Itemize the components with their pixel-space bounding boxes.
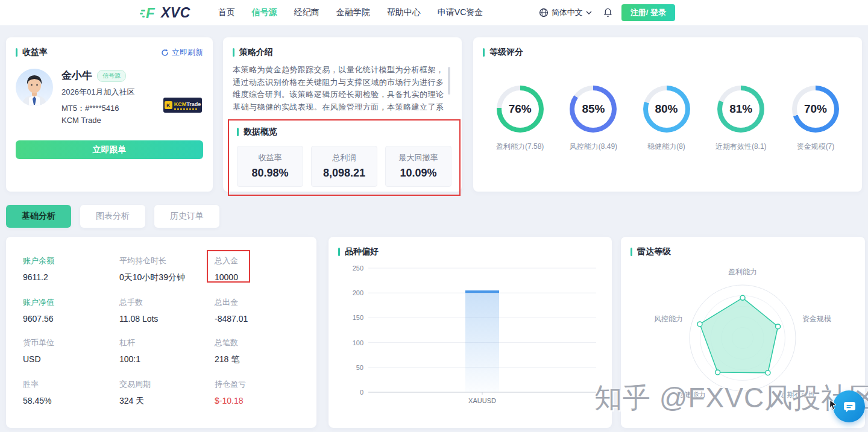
refresh-now-link[interactable]: 立即刷新 [161, 47, 203, 58]
overview-stat-profit: 总利润 8,098.21 [311, 146, 377, 187]
stat-total-deposit: 总入金10000 [215, 255, 304, 283]
overview-stat-drawdown: 最大回撤率 10.09% [385, 146, 451, 187]
stat-total-withdrawal: 总出金-8487.01 [215, 297, 304, 324]
profit-rate-card: 收益率 立即刷新 [6, 37, 213, 192]
chevron-down-icon [586, 11, 592, 14]
stat-avg-holding-time: 平均持仓时长0天10小时39分钟 [119, 255, 215, 283]
svg-text:50: 50 [356, 364, 363, 371]
card-title-radar: 雷达等级 [637, 246, 671, 257]
overview-stat-return: 收益率 80.98% [237, 146, 303, 187]
kcm-k-icon: K [165, 101, 172, 109]
signal-source-badge: 信号源 [97, 70, 126, 82]
follow-now-button[interactable]: 立即跟单 [16, 140, 203, 159]
strategy-intro-card: 策略介绍 本策略为黄金趋势跟踪交易，以量化统计模型为分析框架，通过动态识别价格在… [223, 37, 462, 192]
scrollbar-thumb[interactable] [448, 67, 450, 95]
stat-account-equity: 账户净值9607.56 [23, 297, 119, 324]
title-accent-bar [16, 48, 17, 57]
svg-text:0: 0 [360, 389, 363, 396]
stat-trading-period: 交易周期324 天 [119, 379, 215, 407]
nav-item-help[interactable]: 帮助中心 [387, 7, 421, 18]
svg-text:250: 250 [353, 265, 363, 272]
title-accent-bar [233, 48, 234, 57]
svg-text:100: 100 [353, 339, 363, 346]
joined-date: 2026年01月加入社区 [61, 87, 134, 98]
broker-name: KCM Trade [61, 116, 134, 125]
score-rings: 76% 盈利能力(7.58) 85% 风控能力(8.49) 80% 稳健能力(8… [483, 86, 852, 152]
nav-item-signals[interactable]: 信号源 [252, 7, 277, 18]
refresh-icon [161, 49, 169, 57]
stat-total-trades: 总笔数218 笔 [215, 337, 304, 365]
stat-leverage: 杠杆100:1 [119, 337, 215, 365]
zhihu-watermark: 知乎 @FXVC风投社区 [594, 380, 868, 417]
stat-open-pnl: 持仓盈亏$-10.18 [215, 379, 304, 407]
chat-bubble-icon [841, 399, 857, 414]
stat-win-rate: 胜率58.45% [23, 379, 119, 407]
title-accent-bar [237, 128, 239, 136]
grade-score-card: 等级评分 76% 盈利能力(7.58) 85% 风控能力(8.49) 80% 稳… [473, 37, 862, 192]
nav-item-academy[interactable]: 金融学院 [336, 7, 370, 18]
card-title-strategy: 策略介绍 [239, 47, 273, 58]
account-stats-card: 账户余额9611.2 平均持仓时长0天10小时39分钟 总入金10000 账户净… [6, 237, 316, 428]
mt5-account: MT5：#****5416 [61, 103, 134, 114]
stat-account-balance: 账户余额9611.2 [23, 255, 119, 283]
kcm-logo-kcm: KCM [174, 101, 187, 107]
logo-text: XVC [161, 5, 190, 21]
score-ring-profit: 76% 盈利能力(7.58) [496, 86, 544, 152]
score-ring-stability: 80% 稳健能力(8) [643, 86, 690, 152]
nav-item-home[interactable]: 首页 [218, 7, 235, 18]
symbol-preference-bar-chart: 050100150200250XAUUSD [338, 262, 602, 413]
tab-chart-analysis[interactable]: 图表分析 [80, 205, 145, 228]
svg-text:资金规模: 资金规模 [802, 315, 831, 323]
language-label: 简体中文 [552, 7, 583, 18]
title-accent-bar [338, 248, 340, 256]
tab-basic-analysis[interactable]: 基础分析 [6, 205, 71, 228]
chat-support-button[interactable] [833, 390, 865, 422]
section-title-overview: 数据概览 [244, 127, 277, 137]
register-login-button[interactable]: 注册/ 登录 [621, 4, 675, 21]
card-title-symbol-preference: 品种偏好 [345, 246, 379, 257]
score-ring-capital: 70% 资金规模(7) [792, 86, 839, 152]
svg-text:XAUUSD: XAUUSD [468, 397, 496, 404]
stat-currency: 货币单位USD [23, 337, 119, 365]
title-accent-bar [483, 48, 485, 57]
svg-text:F: F [146, 5, 156, 20]
svg-text:150: 150 [353, 314, 363, 321]
score-ring-recency: 81% 近期有效性(8.1) [715, 86, 767, 152]
cursor-pointer-icon [828, 399, 838, 410]
kcm-tagline [174, 108, 197, 110]
score-ring-risk: 85% 风控能力(8.49) [570, 86, 617, 152]
title-accent-bar [631, 248, 632, 256]
kcm-logo-trade: Trade [186, 101, 201, 107]
symbol-preference-card: 品种偏好 050100150200250XAUUSD [329, 237, 612, 428]
nav-item-brokers[interactable]: 经纪商 [294, 7, 319, 18]
top-navbar: F XVC 首页 信号源 经纪商 金融学院 帮助中心 申请VC资金 简体中文 [0, 0, 868, 25]
refresh-label: 立即刷新 [172, 47, 203, 58]
card-title-profit-rate: 收益率 [22, 47, 48, 58]
tab-history-orders[interactable]: 历史订单 [154, 205, 219, 228]
strategy-description: 本策略为黄金趋势跟踪交易，以量化统计模型为分析框架，通过动态识别价格在关键阻力与… [233, 64, 452, 114]
data-overview-annotation-box: 数据概览 收益率 80.98% 总利润 8,098.21 最大回撤率 10.09… [228, 119, 461, 196]
kcm-trade-logo: K KCMTrade [163, 98, 202, 113]
trader-name: 金小牛 [61, 69, 92, 83]
svg-text:风控能力: 风控能力 [654, 315, 683, 323]
language-selector[interactable]: 简体中文 [539, 7, 592, 18]
logo-mark-icon: F [140, 5, 160, 20]
globe-icon [539, 8, 549, 17]
notification-bell-icon[interactable] [603, 8, 612, 17]
fxvc-logo[interactable]: F XVC [140, 5, 190, 21]
avatar [16, 69, 53, 106]
card-title-rating: 等级评分 [489, 47, 523, 58]
nav-item-apply-vc[interactable]: 申请VC资金 [438, 7, 483, 18]
analysis-tabs: 基础分析 图表分析 历史订单 [6, 205, 219, 228]
main-nav: 首页 信号源 经纪商 金融学院 帮助中心 申请VC资金 [218, 7, 483, 18]
svg-text:盈利能力: 盈利能力 [728, 268, 757, 276]
stat-total-lots: 总手数11.08 Lots [119, 297, 215, 324]
svg-text:200: 200 [353, 289, 363, 296]
